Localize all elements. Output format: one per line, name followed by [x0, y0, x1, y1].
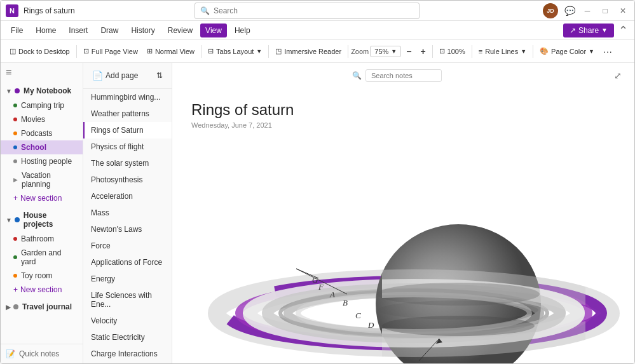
page-item-velocity[interactable]: Velocity — [83, 313, 172, 329]
sidebar-item-hosting-people[interactable]: Hosting people — [1, 154, 83, 168]
page-item-rings[interactable]: Rings of Saturn — [83, 122, 172, 138]
zoom-100-button[interactable]: ⊡ 100% — [435, 44, 469, 58]
sidebar-toggle[interactable]: ≡ — [1, 63, 83, 82]
page-item-mass[interactable]: Mass — [83, 205, 172, 221]
onenote-logo: N — [6, 4, 18, 17]
sidebar-item-school[interactable]: School — [1, 140, 83, 154]
share-button[interactable]: ↗ Share ▼ — [563, 24, 614, 37]
zoom-chevron-icon: ▼ — [391, 48, 397, 55]
zoom-in-button[interactable]: + — [416, 44, 429, 59]
menu-draw[interactable]: Draw — [95, 24, 123, 37]
title-search-input[interactable] — [214, 6, 414, 15]
page-item-physics[interactable]: Physics of flight — [83, 138, 172, 155]
page-item-life-sciences[interactable]: Life Sciences with Ene... — [83, 287, 172, 313]
page-item-energy[interactable]: Energy — [83, 271, 172, 287]
more-toolbar-button[interactable]: ··· — [599, 44, 617, 59]
minimize-button[interactable]: ─ — [581, 4, 594, 17]
svg-text:B: B — [343, 298, 348, 307]
my-notebook-chevron-icon: ▼ — [6, 88, 12, 95]
feedback-button[interactable]: 💬 — [563, 4, 576, 17]
page-item-acceleration[interactable]: Acceleration — [83, 188, 172, 205]
toolbar-separator-2 — [201, 45, 201, 58]
sidebar-item-garden[interactable]: Garden and yard — [1, 246, 83, 269]
notes-search-icon: 🔍 — [352, 71, 362, 80]
full-page-view-button[interactable]: ⊡ Full Page View — [79, 44, 142, 58]
zoom-100-label: 100% — [447, 48, 465, 55]
rule-lines-button[interactable]: ≡ Rule Lines ▼ — [475, 45, 530, 58]
toolbar-separator-4 — [348, 45, 348, 58]
tabs-icon: ⊟ — [208, 47, 214, 55]
page-item-charge[interactable]: Charge Interactions — [83, 346, 172, 362]
menu-review[interactable]: Review — [163, 24, 198, 37]
toolbar-separator-7 — [533, 45, 533, 58]
page-item-static-electricity[interactable]: Static Electricity — [83, 329, 172, 346]
page-item-hummingbird[interactable]: Hummingbird wing... — [83, 89, 172, 105]
rule-lines-chevron-icon: ▼ — [521, 48, 526, 55]
menu-help[interactable]: Help — [229, 24, 256, 37]
ribbon-toggle-button[interactable]: ⌃ — [617, 24, 629, 37]
avatar[interactable]: JD — [543, 3, 558, 18]
title-search-bar[interactable]: 🔍 — [195, 3, 420, 19]
house-projects-new-section[interactable]: + New section — [1, 283, 83, 297]
my-notebook-dot — [15, 88, 20, 93]
svg-text:G: G — [312, 275, 318, 285]
immersive-reader-button[interactable]: ◳ Immersive Reader — [271, 44, 345, 58]
sidebar-item-podcasts[interactable]: Podcasts — [1, 126, 83, 140]
travel-journal-chevron-icon: ▶ — [6, 304, 11, 311]
title-bar-left: N Rings of saturn — [6, 4, 133, 17]
zoom-value: 75% — [374, 48, 388, 55]
maximize-button[interactable]: □ — [599, 4, 611, 17]
svg-point-17 — [382, 316, 535, 336]
sidebar-item-movies[interactable]: Movies — [1, 112, 83, 126]
title-bar-controls: JD 💬 ─ □ ✕ — [543, 3, 629, 18]
travel-journal-section: ▶ Travel journal — [1, 298, 83, 316]
page-item-applications[interactable]: Applications of Force — [83, 254, 172, 271]
menu-view[interactable]: View — [200, 24, 227, 37]
page-title: Rings of saturn — [191, 101, 615, 119]
menu-history[interactable]: History — [126, 24, 160, 37]
house-projects-dot — [15, 217, 20, 222]
toolbar-separator-1 — [76, 45, 77, 58]
sidebar-item-bathroom[interactable]: Bathroom — [1, 232, 83, 246]
expand-button[interactable]: ⤢ — [611, 68, 624, 83]
page-item-weather[interactable]: Weather patterns — [83, 105, 172, 122]
dock-to-desktop-button[interactable]: ◫ Dock to Desktop — [6, 44, 74, 58]
quick-notes-button[interactable]: 📝 Quick notes — [1, 344, 83, 363]
close-button[interactable]: ✕ — [617, 4, 629, 17]
zoom-dropdown-button[interactable]: 75% ▼ — [370, 46, 401, 57]
app-window: N Rings of saturn 🔍 JD 💬 ─ □ ✕ File Home… — [0, 0, 635, 364]
new-section-2-plus-icon: + — [13, 285, 18, 294]
main-area: ≡ ▼ My Notebook Camping trip Movies — [1, 63, 634, 363]
full-page-icon: ⊡ — [83, 47, 89, 55]
house-projects-title[interactable]: ▼ House projects — [1, 208, 83, 232]
house-projects-section: ▼ House projects Bathroom Garden and yar… — [1, 206, 83, 298]
menu-file[interactable]: File — [6, 24, 28, 37]
hamburger-icon: ≡ — [6, 67, 11, 78]
zoom-out-button[interactable]: − — [402, 44, 415, 59]
menu-insert[interactable]: Insert — [64, 24, 93, 37]
immersive-icon: ◳ — [275, 47, 282, 55]
add-page-button[interactable]: 📄 Add page — [90, 68, 140, 83]
sort-pages-button[interactable]: ⇅ — [154, 69, 165, 83]
page-item-force[interactable]: Force — [83, 238, 172, 254]
travel-journal-title[interactable]: ▶ Travel journal — [1, 299, 83, 314]
normal-view-button[interactable]: ⊞ Normal View — [143, 44, 198, 58]
page-item-photosynthesis[interactable]: Photosynthesis — [83, 172, 172, 188]
menu-home[interactable]: Home — [31, 24, 61, 37]
my-notebook-title[interactable]: ▼ My Notebook — [1, 83, 83, 98]
share-chevron-icon: ▼ — [601, 27, 608, 34]
toolbar-separator-5 — [432, 45, 433, 58]
page-item-newtons-laws[interactable]: Newton's Laws — [83, 221, 172, 238]
saturn-illustration: G F A B C D — [191, 142, 615, 363]
notes-search-input[interactable] — [365, 69, 442, 82]
page-color-button[interactable]: 🎨 Page Color ▼ — [536, 44, 598, 58]
page-item-solar[interactable]: The solar system — [83, 155, 172, 172]
tabs-layout-button[interactable]: ⊟ Tabs Layout ▼ — [204, 44, 266, 58]
sidebar-item-camping-trip[interactable]: Camping trip — [1, 98, 83, 112]
my-notebook-new-section[interactable]: + New section — [1, 191, 83, 205]
menu-bar: File Home Insert Draw History Review Vie… — [1, 21, 634, 40]
sidebar-item-vacation-planning[interactable]: ▶ Vacation planning — [1, 168, 83, 191]
window-title: Rings of saturn — [24, 6, 75, 15]
sidebar-item-toy-room[interactable]: Toy room — [1, 269, 83, 283]
new-section-plus-icon: + — [13, 194, 18, 203]
